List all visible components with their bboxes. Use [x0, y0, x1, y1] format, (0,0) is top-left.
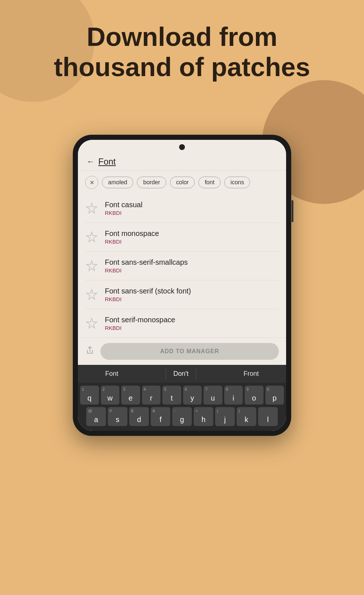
page-title: Font — [98, 157, 116, 167]
chip-icons[interactable]: icons — [224, 177, 250, 188]
key-e[interactable]: 3e — [121, 386, 140, 405]
star-icon — [85, 317, 98, 330]
list-item[interactable]: Font sans-serif (stock font) RKBDI — [85, 280, 279, 309]
font-info: Font sans-serif (stock font) RKBDI — [105, 287, 191, 302]
phone-outer-frame: ← Font ✕ amoled border color font icons — [73, 135, 291, 436]
font-tag: RKBDI — [105, 267, 188, 273]
nav-bar: ← Font — [78, 153, 286, 171]
star-icon — [85, 288, 98, 301]
key-u[interactable]: 7u — [203, 386, 222, 405]
font-tag: RKBDI — [105, 296, 191, 302]
key-t[interactable]: 5t — [162, 386, 181, 405]
key-j[interactable]: (j — [215, 407, 235, 426]
key-s[interactable]: #s — [108, 407, 127, 426]
back-button[interactable]: ← — [87, 157, 95, 166]
font-list: Font casual RKBDI Font monospace RKBDI — [78, 194, 286, 338]
svg-marker-3 — [87, 289, 97, 299]
camera-bar — [78, 140, 286, 153]
font-name: Font sans-serif-smallcaps — [105, 258, 188, 267]
phone-side-button — [292, 200, 293, 222]
kb-row-2: @a #s $d &f -g +h (j )k l — [80, 407, 284, 426]
key-f[interactable]: &f — [151, 407, 170, 426]
add-to-manager-button[interactable]: ADD TO MANAGER — [100, 343, 279, 360]
svg-marker-1 — [87, 232, 97, 242]
star-icon — [85, 259, 98, 272]
font-name: Font casual — [105, 201, 142, 209]
font-info: Font monospace RKBDI — [105, 229, 159, 245]
font-info: Font casual RKBDI — [105, 201, 142, 216]
key-a[interactable]: @a — [86, 407, 106, 426]
font-info: Font serif-monospace RKBDI — [105, 316, 175, 331]
key-k[interactable]: )k — [237, 407, 256, 426]
font-name: Font monospace — [105, 229, 159, 238]
star-icon — [85, 202, 98, 215]
keyboard: Font Don't Front 1q 2w 3e 4r 5t 6y 7u — [78, 365, 286, 431]
suggestion-dont[interactable]: Don't — [166, 369, 196, 379]
key-y[interactable]: 6y — [183, 386, 202, 405]
chip-border[interactable]: border — [137, 177, 166, 188]
key-r[interactable]: 4r — [142, 386, 161, 405]
headline-line1: Download from — [15, 22, 349, 52]
key-q[interactable]: 1q — [80, 386, 99, 405]
list-item[interactable]: Font serif-monospace RKBDI — [85, 309, 279, 338]
share-icon[interactable] — [85, 346, 95, 357]
headline: Download from thousand of patches — [0, 22, 364, 82]
headline-line2: thousand of patches — [15, 52, 349, 82]
key-w[interactable]: 2w — [101, 386, 120, 405]
suggestion-font[interactable]: Font — [98, 369, 126, 379]
font-info: Font sans-serif-smallcaps RKBDI — [105, 258, 188, 273]
chip-amoled[interactable]: amoled — [102, 177, 133, 188]
camera-dot — [179, 144, 185, 150]
key-l[interactable]: l — [258, 407, 278, 426]
list-item[interactable]: Font monospace RKBDI — [85, 223, 279, 252]
filter-row: ✕ amoled border color font icons — [78, 171, 286, 194]
key-d[interactable]: $d — [129, 407, 149, 426]
phone-screen: ← Font ✕ amoled border color font icons — [78, 140, 286, 431]
key-p[interactable]: 0p — [265, 386, 284, 405]
filter-close-button[interactable]: ✕ — [85, 176, 98, 189]
key-h[interactable]: +h — [194, 407, 213, 426]
font-name: Font serif-monospace — [105, 316, 175, 324]
font-name: Font sans-serif (stock font) — [105, 287, 191, 295]
chip-color[interactable]: color — [170, 177, 195, 188]
key-i[interactable]: 8i — [224, 386, 243, 405]
key-g[interactable]: -g — [172, 407, 192, 426]
phone-mockup: ← Font ✕ amoled border color font icons — [73, 135, 291, 436]
action-bar: ADD TO MANAGER — [78, 338, 286, 365]
svg-marker-4 — [87, 318, 97, 328]
chip-font[interactable]: font — [198, 177, 221, 188]
font-tag: RKBDI — [105, 239, 159, 245]
star-icon — [85, 230, 98, 244]
list-item[interactable]: Font sans-serif-smallcaps RKBDI — [85, 252, 279, 280]
font-tag: RKBDI — [105, 210, 142, 216]
svg-marker-2 — [87, 261, 97, 271]
font-tag: RKBDI — [105, 325, 175, 331]
keyboard-suggestions: Font Don't Front — [78, 365, 286, 383]
svg-marker-0 — [87, 203, 97, 213]
list-item[interactable]: Font casual RKBDI — [85, 194, 279, 223]
suggestion-front[interactable]: Front — [236, 369, 266, 379]
keyboard-main: 1q 2w 3e 4r 5t 6y 7u 8i 9o 0p @a # — [78, 383, 286, 431]
key-o[interactable]: 9o — [245, 386, 264, 405]
kb-row-1: 1q 2w 3e 4r 5t 6y 7u 8i 9o 0p — [80, 386, 284, 405]
